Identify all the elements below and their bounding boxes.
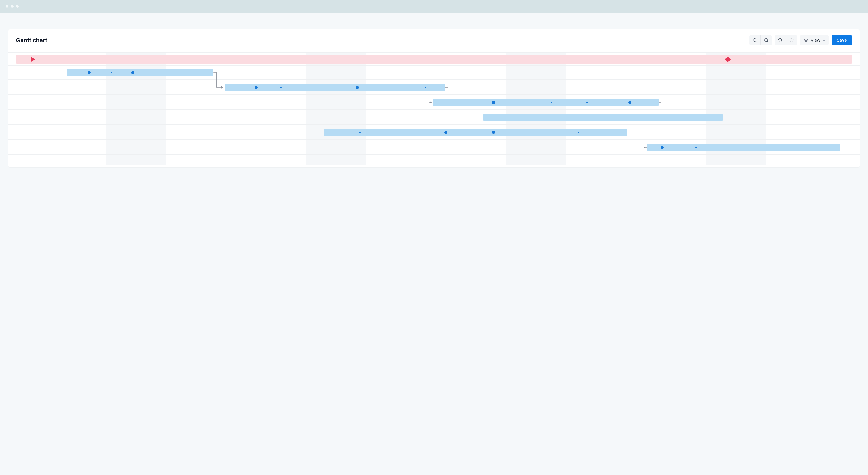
- grid-stripe: [306, 52, 366, 165]
- svg-marker-10: [644, 146, 645, 149]
- task-marker[interactable]: [255, 86, 258, 89]
- row-divider: [8, 94, 860, 95]
- grid-stripe: [506, 52, 566, 165]
- svg-point-7: [805, 40, 806, 41]
- start-marker-icon[interactable]: [31, 57, 35, 62]
- row-divider: [8, 124, 860, 125]
- chevron-up-icon: [823, 39, 825, 41]
- task-marker[interactable]: [492, 101, 495, 104]
- row-divider: [8, 154, 860, 155]
- redo-icon: [789, 38, 794, 43]
- task-marker[interactable]: [425, 87, 426, 88]
- window-dot: [16, 5, 19, 8]
- svg-line-2: [756, 41, 757, 42]
- task-marker[interactable]: [492, 131, 495, 134]
- gantt-chart[interactable]: [8, 52, 860, 165]
- task-marker[interactable]: [280, 87, 282, 88]
- row-divider: [8, 80, 860, 80]
- view-dropdown[interactable]: View: [800, 35, 829, 45]
- zoom-out-icon: [752, 38, 757, 43]
- toolbar-actions: View Save: [749, 35, 852, 45]
- window-dot: [6, 5, 8, 8]
- svg-marker-8: [221, 86, 223, 89]
- task-marker[interactable]: [444, 131, 447, 134]
- view-label: View: [811, 38, 820, 43]
- gantt-bar[interactable]: [225, 84, 445, 91]
- task-marker[interactable]: [356, 86, 359, 89]
- task-marker[interactable]: [88, 71, 91, 74]
- zoom-out-button[interactable]: [749, 35, 761, 45]
- gantt-bar[interactable]: [483, 114, 722, 121]
- task-marker[interactable]: [578, 132, 580, 133]
- svg-line-6: [767, 41, 768, 42]
- task-marker[interactable]: [660, 146, 663, 149]
- redo-button[interactable]: [786, 35, 797, 45]
- gantt-bar[interactable]: [324, 129, 627, 136]
- app-card: Gantt chart: [8, 29, 860, 167]
- page-title: Gantt chart: [16, 37, 47, 44]
- zoom-group: [749, 35, 772, 45]
- task-marker[interactable]: [131, 71, 134, 74]
- row-divider: [8, 65, 860, 66]
- zoom-in-icon: [764, 38, 769, 43]
- row-divider: [8, 52, 860, 53]
- svg-marker-9: [430, 101, 432, 103]
- toolbar: Gantt chart: [8, 29, 860, 50]
- undo-button[interactable]: [775, 35, 786, 45]
- eye-icon: [804, 38, 808, 42]
- history-group: [775, 35, 797, 45]
- task-marker[interactable]: [628, 101, 631, 104]
- browser-window: Gantt chart: [0, 0, 868, 177]
- gantt-bar[interactable]: [647, 144, 840, 151]
- gantt-bar[interactable]: [433, 99, 659, 106]
- zoom-in-button[interactable]: [761, 35, 772, 45]
- browser-titlebar: [0, 0, 868, 12]
- undo-icon: [777, 38, 783, 43]
- window-dot: [11, 5, 13, 8]
- save-button[interactable]: Save: [832, 35, 852, 45]
